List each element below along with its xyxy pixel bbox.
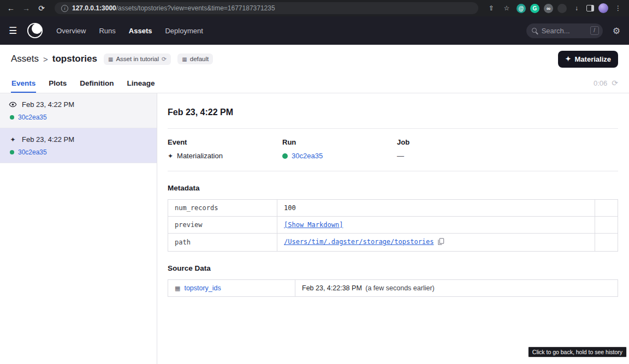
materialization-sparkle-icon: ✦	[9, 136, 17, 144]
event-list: Feb 23, 4:22 PM 30c2ea35 ✦ Feb 23, 4:22 …	[0, 93, 157, 364]
extension-icon[interactable]	[557, 4, 567, 13]
materialize-button[interactable]: ✦ Materialize	[558, 51, 618, 68]
event-detail-title: Feb 23, 4:22 PM	[168, 108, 618, 117]
url-host: 127.0.0.1:3000	[72, 4, 116, 12]
metadata-key: preview	[168, 217, 277, 234]
metadata-extra-cell	[595, 200, 618, 217]
nav-item-assets[interactable]: Assets	[129, 27, 152, 35]
url-text: 127.0.0.1:3000/assets/topstories?view=ev…	[72, 4, 275, 12]
tabs-bar: Events Plots Definition Lineage 0:06 ⟳	[0, 73, 629, 93]
browser-avatar[interactable]	[598, 3, 608, 13]
eye-icon	[9, 100, 17, 109]
nav-item-overview[interactable]: Overview	[56, 27, 86, 35]
info-icon[interactable]: i	[61, 5, 68, 12]
page-title: topstories	[52, 53, 97, 64]
event-time: Feb 23, 4:22 PM	[22, 135, 74, 144]
at-extension-icon[interactable]: @	[517, 4, 526, 13]
browser-chrome: ← → ⟳ i 127.0.0.1:3000/assets/topstories…	[0, 0, 629, 16]
back-icon[interactable]: ←	[5, 4, 16, 13]
source-time-cell: Feb 23, 4:22:38 PM (a few seconds earlie…	[295, 280, 618, 297]
refresh-icon[interactable]: ⟳	[612, 79, 618, 87]
divider	[168, 171, 618, 171]
breadcrumb-separator: >	[43, 55, 48, 64]
copy-icon[interactable]	[437, 239, 444, 247]
path-link[interactable]: /Users/tim/.dagster/storage/topstories	[284, 238, 434, 246]
reload-definitions-icon[interactable]: ⟳	[162, 56, 167, 63]
tutorial-chip-label: Asset in tutorial	[116, 56, 159, 62]
group-chip-label: default	[190, 56, 209, 62]
share-icon[interactable]: ⇧	[486, 4, 497, 12]
nav-item-runs[interactable]: Runs	[99, 27, 115, 35]
run-id-link[interactable]: 30c2ea35	[292, 152, 323, 160]
show-markdown-link[interactable]: [Show Markdown]	[284, 221, 343, 229]
url-path: /assets/topstories?view=events&time=1677…	[116, 4, 275, 12]
materialize-button-label: Materialize	[575, 55, 611, 63]
tab-plots[interactable]: Plots	[48, 73, 67, 93]
group-grid-icon: ▦	[182, 56, 187, 62]
source-asset-cell: ▦topstory_ids	[168, 280, 295, 297]
materialize-sparkle-icon: ✦	[565, 55, 571, 63]
metadata-extra-cell	[595, 217, 618, 234]
breadcrumb-assets[interactable]: Assets	[11, 53, 39, 64]
infinity-extension-icon[interactable]: ∞	[544, 4, 553, 13]
dagster-logo-icon[interactable]	[27, 22, 43, 39]
metadata-table: num_records 100 preview [Show Markdown] …	[168, 199, 618, 252]
reload-icon[interactable]: ⟳	[36, 4, 47, 13]
run-label: Run	[282, 138, 397, 146]
metadata-value: /Users/tim/.dagster/storage/topstories	[277, 234, 595, 252]
bookmark-star-icon[interactable]: ☆	[501, 4, 512, 12]
tab-lineage[interactable]: Lineage	[127, 73, 156, 93]
job-label: Job	[397, 138, 512, 146]
event-time: Feb 23, 4:22 PM	[22, 100, 74, 109]
refresh-countdown: 0:06	[594, 79, 607, 87]
tab-events[interactable]: Events	[11, 73, 36, 93]
gear-icon[interactable]: ⚙	[613, 26, 620, 36]
nav-item-deployment[interactable]: Deployment	[165, 27, 203, 35]
tab-definition[interactable]: Definition	[79, 73, 114, 93]
download-icon[interactable]: ↓	[571, 4, 582, 12]
search-box[interactable]: /	[526, 23, 603, 38]
metadata-heading: Metadata	[168, 184, 618, 192]
metadata-key: num_records	[168, 200, 277, 217]
run-link[interactable]: 30c2ea35	[18, 114, 47, 121]
source-asset-link[interactable]: topstory_ids	[184, 284, 221, 292]
side-panel-icon[interactable]	[586, 5, 594, 11]
main-nav: Overview Runs Assets Deployment	[56, 27, 203, 35]
group-chip[interactable]: ▦ default	[177, 53, 213, 64]
source-data-table: ▦topstory_ids Feb 23, 4:22:38 PM (a few …	[168, 279, 618, 297]
run-status-dot	[282, 153, 288, 159]
metadata-value: 100	[277, 200, 595, 217]
forward-icon[interactable]: →	[21, 4, 32, 13]
tutorial-chip[interactable]: ▦ Asset in tutorial ⟳	[104, 53, 171, 65]
metadata-row: path /Users/tim/.dagster/storage/topstor…	[168, 234, 618, 252]
hamburger-icon[interactable]: ☰	[9, 25, 17, 37]
run-status-dot	[10, 150, 14, 154]
asset-grid-icon: ▦	[108, 56, 113, 62]
metadata-row: num_records 100	[168, 200, 618, 217]
metadata-value: [Show Markdown]	[277, 217, 595, 234]
source-time-note: (a few seconds earlier)	[365, 284, 434, 292]
page-header: Assets > topstories ▦ Asset in tutorial …	[0, 45, 629, 73]
url-bar[interactable]: i 127.0.0.1:3000/assets/topstories?view=…	[55, 2, 478, 14]
event-detail: Feb 23, 4:22 PM Event ✦ Materialization …	[157, 93, 629, 364]
event-label: Event	[168, 138, 282, 146]
app-nav: ☰ Overview Runs Assets Deployment / ⚙	[0, 16, 629, 45]
materialization-sparkle-icon: ✦	[168, 152, 173, 160]
event-summary: Event ✦ Materialization Run 30c2ea35 Job…	[168, 129, 618, 171]
back-history-tooltip: Click to go back, hold to see history	[528, 347, 627, 357]
metadata-key: path	[168, 234, 277, 252]
more-menu-icon[interactable]: ⋮	[613, 4, 624, 12]
grammarly-extension-icon[interactable]: G	[530, 4, 539, 13]
search-icon	[532, 28, 538, 34]
search-input[interactable]	[542, 27, 586, 35]
event-item-observation[interactable]: Feb 23, 4:22 PM 30c2ea35	[0, 93, 157, 128]
metadata-extra-cell	[595, 234, 618, 252]
table-icon: ▦	[175, 285, 180, 291]
event-item-materialization[interactable]: ✦ Feb 23, 4:22 PM 30c2ea35	[0, 128, 157, 163]
run-link[interactable]: 30c2ea35	[18, 148, 47, 156]
search-shortcut-key: /	[590, 26, 599, 35]
source-data-heading: Source Data	[168, 264, 618, 272]
run-status-dot	[10, 115, 14, 120]
source-time: Feb 23, 4:22:38 PM	[302, 284, 362, 292]
job-value: —	[397, 152, 512, 160]
